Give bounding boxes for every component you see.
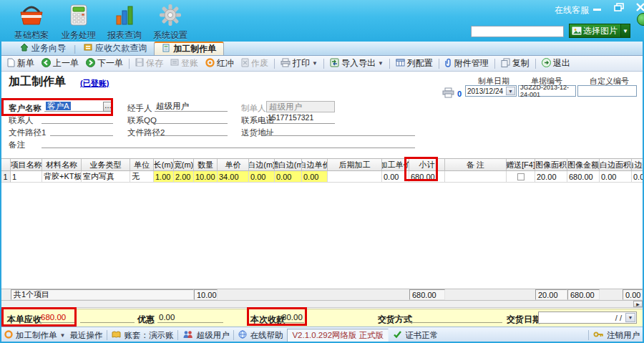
statusbar-online-help[interactable]: 在线帮助 bbox=[238, 330, 283, 341]
paid-label: 本次收款 bbox=[250, 314, 285, 326]
cell-edge-price[interactable]: 0.00 bbox=[302, 171, 328, 183]
exit-button[interactable]: 退出 bbox=[538, 57, 574, 70]
minimize-button[interactable] bbox=[592, 3, 602, 14]
cell-note[interactable] bbox=[445, 171, 507, 183]
void-doc-button[interactable]: 作废 bbox=[238, 57, 272, 70]
cell-rowno[interactable]: 1 bbox=[1, 171, 11, 183]
col-header-gift-f4: 赠送[F4] bbox=[507, 159, 535, 171]
note-input[interactable] bbox=[42, 137, 415, 148]
cell-project[interactable]: 1 bbox=[11, 171, 42, 183]
columns-icon bbox=[396, 58, 405, 69]
nav-report-query[interactable]: 报表查询 bbox=[102, 4, 147, 42]
attachment-button[interactable]: 附件管理 bbox=[441, 57, 492, 70]
choose-image-button[interactable]: 选择图片 ▼ bbox=[569, 24, 630, 38]
red-flush-button[interactable]: 红冲 bbox=[202, 57, 238, 70]
statusbar-separator bbox=[107, 330, 107, 340]
copy-button[interactable]: 复制 bbox=[497, 57, 533, 70]
posted-status-link[interactable]: (已登账) bbox=[80, 78, 109, 89]
cell-process-price[interactable]: 0.00 bbox=[382, 171, 409, 183]
statusbar-user[interactable]: 超级用户 bbox=[182, 330, 229, 341]
column-config-button[interactable]: 列配置 bbox=[392, 57, 436, 70]
contact-input[interactable] bbox=[42, 113, 113, 124]
doc-date-select[interactable]: 2013/12/24 ▼ bbox=[465, 85, 517, 97]
customer-combo[interactable]: 客户A bbox=[44, 101, 103, 112]
file-path1-input[interactable] bbox=[50, 125, 113, 136]
post-account-button[interactable]: 登账 bbox=[167, 57, 202, 70]
cell-edge-amount[interactable]: 0.00 bbox=[632, 171, 643, 183]
file-path2-input[interactable] bbox=[155, 125, 228, 136]
document-tabs: 业务向导 | 应收欠款查询 加工制作单 bbox=[0, 42, 644, 56]
cell-edge-area[interactable]: 0.00 bbox=[600, 171, 632, 183]
delivery-method-input[interactable] bbox=[408, 311, 502, 323]
cell-length[interactable]: 1.00 bbox=[154, 171, 174, 183]
phone-input[interactable]: 15177157321 bbox=[266, 113, 335, 124]
new-page-icon bbox=[7, 58, 15, 69]
horizontal-scrollbar[interactable]: ▶ bbox=[1, 301, 643, 308]
cell-price[interactable]: 34.00 bbox=[218, 171, 249, 183]
cell-postprocess[interactable] bbox=[328, 171, 382, 183]
statusbar-account[interactable]: 账套：演示账 bbox=[112, 330, 173, 341]
next-doc-button[interactable]: 下一单 bbox=[82, 57, 127, 70]
receivable-input[interactable]: 680.00 bbox=[39, 311, 75, 323]
cell-edge[interactable]: 0.00 bbox=[249, 171, 275, 183]
statusbar-recent-ops[interactable]: 最近操作 bbox=[69, 330, 102, 341]
cell-subtotal[interactable]: 680.00 bbox=[409, 171, 445, 183]
statusbar-doc-type-menu[interactable]: 加工制作单 ▼ bbox=[4, 330, 65, 341]
key-icon bbox=[593, 330, 604, 340]
online-service-link[interactable]: 在线客服 bbox=[555, 4, 589, 16]
nav-system-settings[interactable]: 系统设置 bbox=[147, 4, 193, 42]
import-export-icon bbox=[330, 58, 339, 69]
cell-image-area[interactable]: 20.00 bbox=[535, 171, 567, 183]
nav-business-process[interactable]: 业务处理 bbox=[56, 4, 102, 42]
save-button[interactable]: 保存 bbox=[132, 57, 167, 70]
image-path-input[interactable] bbox=[471, 26, 564, 37]
cell-image-amount[interactable]: 680.00 bbox=[567, 171, 600, 183]
note-label: 备注 bbox=[9, 140, 25, 150]
receivable-extra-input[interactable] bbox=[80, 311, 135, 323]
status-bar: 加工制作单 ▼ 最近操作 账套：演示账 超级用户 在线帮助 V2.1.0.292… bbox=[0, 327, 644, 343]
cell-width[interactable]: 2.00 bbox=[174, 171, 194, 183]
tab-receivable-query[interactable]: 应收欠款查询 bbox=[77, 42, 154, 55]
import-export-button[interactable]: 导入导出 ▼ bbox=[326, 57, 387, 70]
print-button[interactable]: 打印 ▼ bbox=[277, 57, 321, 70]
new-doc-button[interactable]: 新单 bbox=[4, 57, 38, 70]
users-icon bbox=[182, 330, 193, 340]
cell-unit[interactable]: 无 bbox=[130, 171, 154, 183]
delivery-address-input[interactable] bbox=[266, 125, 415, 136]
chevron-down-icon[interactable]: ▼ bbox=[506, 87, 515, 95]
col-header-edge: 白边(m) bbox=[249, 159, 275, 171]
qq-input[interactable] bbox=[155, 113, 228, 124]
custom-no-input[interactable] bbox=[577, 85, 637, 97]
document-toolbar: 新单 上一单 下一单 保存 登账 红冲 作废 打印 bbox=[0, 56, 644, 72]
paid-input[interactable]: 80.00 bbox=[280, 311, 304, 323]
delivery-date-select[interactable]: / / ▼ bbox=[538, 311, 637, 324]
exit-icon bbox=[542, 58, 551, 69]
col-header-price: 单价 bbox=[218, 159, 249, 171]
chevron-down-icon[interactable]: ▼ bbox=[625, 313, 635, 322]
doc-no-input[interactable]: JGZZD-2013-12-24-001 bbox=[518, 85, 576, 97]
certificate-status: 证书正常 bbox=[393, 330, 438, 341]
handler-input[interactable]: 超级用户 bbox=[155, 101, 228, 112]
cell-material[interactable]: 背胶+KT板… bbox=[42, 171, 82, 183]
cell-gift-edge[interactable]: 0.00 bbox=[275, 171, 302, 183]
chevron-down-icon[interactable]: ▼ bbox=[620, 24, 630, 37]
nav-basic-files[interactable]: 基础档案 bbox=[9, 4, 54, 42]
summary-image-amount: 680.00 bbox=[567, 289, 600, 300]
tab-processing-order[interactable]: 加工制作单 bbox=[154, 42, 224, 55]
tab-business-wizard[interactable]: 业务向导 bbox=[13, 42, 73, 55]
customer-lookup-button[interactable]: … bbox=[103, 102, 113, 112]
close-icon[interactable] bbox=[635, 3, 644, 14]
scroll-right-icon[interactable]: ▶ bbox=[633, 301, 643, 307]
cell-biztype[interactable]: 室内写真 bbox=[82, 171, 130, 183]
col-header-edge-price: 白边单价 bbox=[302, 159, 328, 171]
globe-icon bbox=[238, 330, 247, 340]
discount-input[interactable]: 0.00 bbox=[157, 311, 223, 323]
gift-checkbox[interactable] bbox=[517, 173, 525, 180]
col-header-postprocess: 后期加工 bbox=[328, 159, 382, 171]
cell-qty[interactable]: 10.00 bbox=[194, 171, 218, 183]
prev-doc-button[interactable]: 上一单 bbox=[38, 57, 82, 70]
restore-button[interactable] bbox=[614, 3, 624, 14]
logout-button[interactable]: 注销用户 bbox=[593, 330, 640, 341]
printer-icon[interactable] bbox=[442, 87, 454, 100]
floating-help-badge[interactable] bbox=[637, 13, 644, 26]
